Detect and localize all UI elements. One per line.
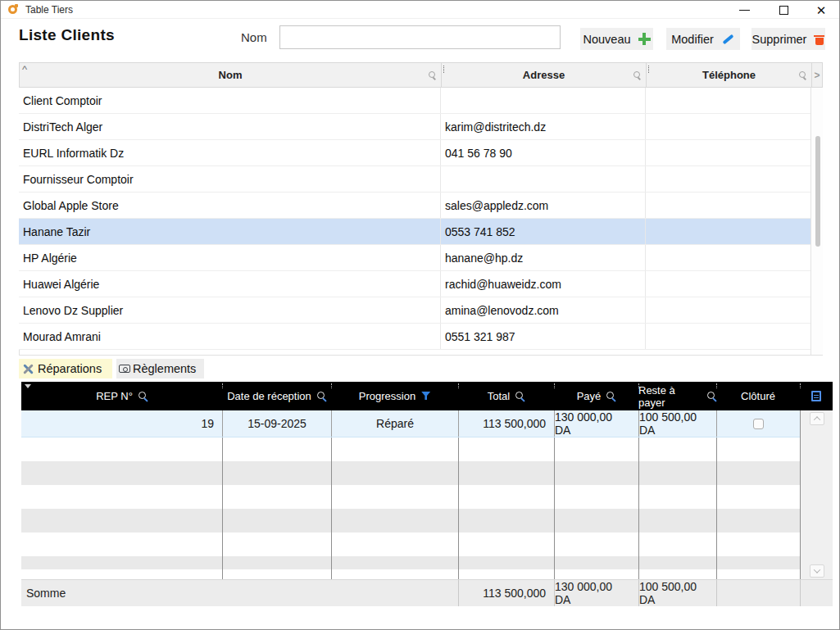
cell-total: 113 500,000 [458,410,554,437]
drag-handle-icon[interactable] [443,66,444,73]
table-row-selected[interactable]: Hanane Tazir0553 741 852 [19,219,810,245]
cell-adresse [440,88,645,113]
next-column-button[interactable]: > [811,63,822,87]
repairs-vertical-scrollbar[interactable] [800,410,833,579]
scroll-up-button[interactable] [810,412,824,425]
table-row[interactable]: EURL Informatik Dz041 56 78 90 [19,140,810,166]
column-divider [222,437,223,579]
column-header-paye[interactable]: Payé [554,382,638,410]
cell-nom: HP Algérie [19,245,440,270]
drag-handle-icon[interactable] [648,66,649,73]
minimize-button[interactable] [730,1,758,19]
empty-row-stripe [21,509,800,533]
table-row[interactable]: DistriTech Algerkarim@distritech.dz [19,114,810,140]
cell-telephone [645,297,810,323]
cell-adresse: 0551 321 987 [440,324,645,349]
cell-nom: Fournisseur Comptoir [19,166,440,192]
search-icon[interactable] [429,71,435,78]
column-header-telephone[interactable]: Téléphone [646,63,811,87]
table-row[interactable]: Mourad Amrani0551 321 987 [19,324,810,350]
chevron-down-icon [814,566,820,573]
tab-reparations-label: Réparations [38,362,102,375]
funnel-filter-icon[interactable] [421,392,430,401]
tab-reglements[interactable]: Règlements [116,359,204,378]
cell-telephone [645,88,810,113]
cell-paye: 130 000,00 DA [554,410,638,437]
search-icon[interactable] [707,392,716,401]
table-row[interactable]: Huawei Algérierachid@huaweidz.com [19,271,810,297]
cell-adresse: rachid@huaweidz.com [440,271,645,297]
cell-nom: EURL Informatik Dz [19,140,440,165]
cell-date: 15-09-2025 [222,410,331,437]
column-header-adresse[interactable]: Adresse [441,63,646,87]
table-row[interactable]: Global Apple Storesales@appledz.com [19,193,810,219]
cell-cloture [716,410,800,437]
tab-reparations[interactable]: Réparations [19,359,112,378]
close-button[interactable]: ✕ [807,1,835,19]
cell-nom: Huawei Algérie [19,271,440,297]
table-row[interactable]: HP Algériehanane@hp.dz [19,245,810,271]
supprimer-button[interactable]: Supprimer [751,28,825,50]
grid-list-icon [811,391,821,401]
column-divider [331,437,332,579]
column-header-progression[interactable]: Progression [331,382,458,410]
summary-row: Somme 113 500,000 130 000,00 DA 100 500,… [21,579,833,606]
minimize-icon [739,10,750,11]
supprimer-button-label: Supprimer [752,33,807,46]
search-icon[interactable] [799,71,806,78]
table-row[interactable]: Lenovo Dz Supplieramina@lenovodz.com [19,297,810,324]
close-icon: ✕ [816,4,827,16]
repair-row-selected[interactable]: 19 15-09-2025 Réparé 113 500,000 130 000… [21,410,800,437]
search-icon[interactable] [138,392,148,401]
nom-search-input[interactable] [279,25,561,49]
column-header-date-label: Date de réception [227,390,311,402]
summary-paye: 130 000,00 DA [554,580,638,606]
pencil-icon [721,33,735,45]
cell-telephone [645,114,810,139]
search-icon[interactable] [606,392,615,401]
cloture-checkbox[interactable] [753,419,764,429]
cell-adresse: karim@distritech.dz [440,114,645,139]
search-icon[interactable] [515,392,524,401]
nouveau-button[interactable]: Nouveau [580,28,653,50]
column-header-cloture-label: Clôturé [741,390,775,402]
app-window: Table Tiers ✕ Liste Clients Nom Nouveau … [0,0,840,630]
column-header-total[interactable]: Total [458,382,554,410]
table-row[interactable]: Fournisseur Comptoir [19,166,810,193]
column-header-cloture[interactable]: Clôturé [716,382,800,410]
column-divider [554,437,555,579]
plus-icon [638,33,651,45]
cell-nom: Hanane Tazir [19,219,440,244]
search-icon[interactable] [633,71,640,78]
crossed-tools-icon [21,363,35,375]
column-header-adresse-label: Adresse [523,69,565,81]
column-header-date[interactable]: Date de réception [222,382,331,410]
tab-reglements-label: Règlements [133,362,196,375]
table-row[interactable]: Client Comptoir [19,88,810,114]
column-header-paye-label: Payé [577,390,602,402]
column-divider [458,437,459,579]
repairs-empty-rows [21,437,800,579]
search-icon[interactable] [317,392,326,401]
clients-table-header: ^ Nom Adresse Téléphone > [19,62,823,88]
modifier-button[interactable]: Modifier [666,28,740,50]
column-menu-button[interactable] [800,382,833,410]
maximize-button[interactable] [770,1,797,19]
cell-telephone [645,193,810,218]
summary-reste: 100 500,00 DA [638,580,716,606]
app-icon [8,5,17,14]
cell-nom: Lenovo Dz Supplier [19,297,440,323]
column-header-reste-label: Reste à payer [638,384,702,409]
cell-rep: 19 [21,410,222,437]
column-header-rep[interactable]: REP N° [21,382,222,410]
column-divider [638,437,639,579]
scroll-down-button[interactable] [810,564,824,578]
cell-telephone [645,166,810,192]
empty-row-stripe [21,556,800,569]
clients-scrollbar-thumb[interactable] [815,136,820,247]
nouveau-button-label: Nouveau [583,33,630,46]
column-header-reste[interactable]: Reste à payer [638,382,716,410]
repairs-table: REP N° Date de réception Progression Tot… [21,382,833,606]
summary-total: 113 500,000 [458,580,554,606]
column-header-nom[interactable]: ^ Nom [20,63,441,87]
